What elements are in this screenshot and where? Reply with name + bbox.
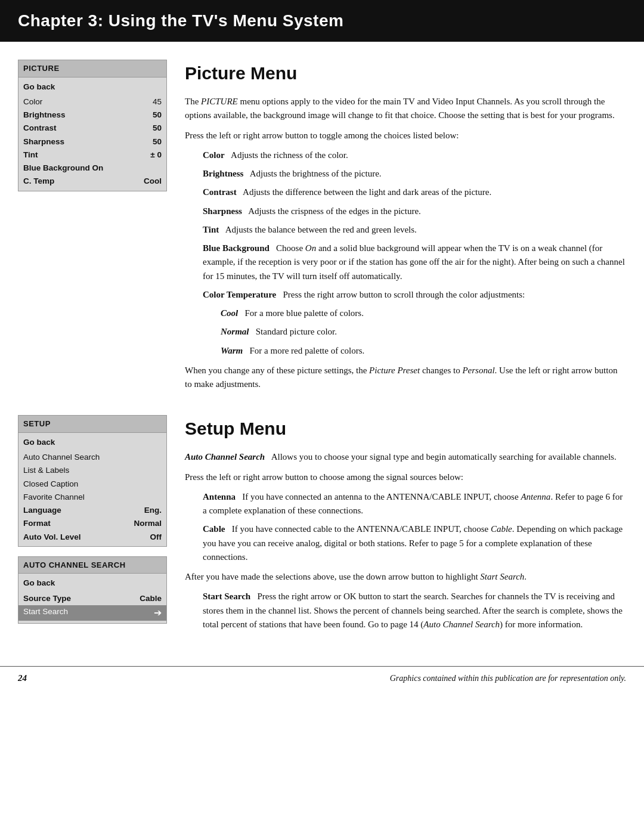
auto-channel-menu-body: Go back Source Type Cable Start Search ➔ — [18, 574, 166, 623]
menu-row-label: C. Temp — [23, 175, 54, 187]
menu-row-value: Off — [150, 531, 162, 543]
menu-row-label: Start Search — [23, 606, 68, 620]
menu-row-label: Format — [23, 518, 51, 529]
page-content: PICTURE Go back Color 45 Brightness 50 C… — [0, 42, 644, 654]
picture-left-panel: PICTURE Go back Color 45 Brightness 50 C… — [18, 60, 167, 397]
picture-section: PICTURE Go back Color 45 Brightness 50 C… — [18, 60, 626, 397]
picture-go-back: Go back — [18, 80, 166, 95]
auto-channel-menu-title: AUTO CHANNEL SEARCH — [18, 557, 166, 574]
menu-row-value: ± 0 — [150, 149, 162, 161]
setup-item-cable: Cable If you have connected cable to the… — [203, 522, 626, 564]
menu-row-label: Closed Caption — [23, 478, 78, 490]
picture-item-color: Color Adjusts the richness of the color. — [203, 148, 626, 162]
menu-row: Blue Background On — [18, 162, 166, 175]
picture-item-cool: Cool For a more blue palette of colors. — [221, 306, 626, 320]
menu-row: Color 45 — [18, 95, 166, 109]
setup-menu-title: SETUP — [18, 416, 166, 433]
footer-note: Graphics contained within this publicati… — [390, 672, 626, 685]
menu-row-start-search: Start Search ➔ — [18, 605, 166, 621]
menu-row: Auto Vol. Level Off — [18, 531, 166, 544]
setup-signal-intro: Press the left or right arrow button to … — [185, 470, 626, 484]
menu-row-value: Eng. — [144, 504, 162, 516]
menu-row-label: Tint — [23, 149, 38, 161]
menu-row: Favorite Channel — [18, 491, 166, 504]
menu-row-label: Brightness — [23, 109, 66, 121]
menu-row-value: Normal — [134, 518, 162, 529]
menu-row-value: 50 — [153, 109, 162, 121]
setup-menu-body: Go back Auto Channel Search List & Label… — [18, 433, 166, 546]
picture-menu-title: PICTURE — [18, 60, 166, 78]
setup-section-title: Setup Menu — [185, 415, 626, 442]
menu-row: Brightness 50 — [18, 109, 166, 122]
page-number: 24 — [18, 671, 27, 685]
picture-menu-box: PICTURE Go back Color 45 Brightness 50 C… — [18, 60, 167, 191]
menu-row: Sharpness 50 — [18, 135, 166, 148]
picture-item-color-temp: Color Temperature Press the right arrow … — [203, 288, 626, 302]
menu-row-value: Cable — [140, 593, 162, 605]
picture-item-contrast: Contrast Adjusts the difference between … — [203, 185, 626, 199]
picture-intro-2: Press the left or right arrow button to … — [185, 129, 626, 143]
chapter-title: Chapter 3: Using the TV's Menu System — [18, 8, 626, 33]
menu-row-value: Cool — [144, 175, 162, 187]
menu-row-label: Auto Channel Search — [23, 451, 100, 463]
arrow-right-icon: ➔ — [154, 606, 162, 620]
picture-item-normal: Normal Standard picture color. — [221, 325, 626, 339]
chapter-header: Chapter 3: Using the TV's Menu System — [0, 0, 644, 42]
menu-row: List & Labels — [18, 464, 166, 477]
menu-row-value: 45 — [153, 96, 162, 108]
picture-item-tint: Tint Adjusts the balance between the red… — [203, 223, 626, 237]
menu-row-label: Blue Background On — [23, 162, 103, 174]
page-footer: 24 Graphics contained within this public… — [0, 666, 644, 690]
picture-item-brightness: Brightness Adjusts the brightness of the… — [203, 167, 626, 181]
auto-channel-go-back: Go back — [18, 576, 166, 592]
setup-item-start-search: Start Search Press the right arrow or OK… — [203, 590, 626, 631]
menu-row-label: Auto Vol. Level — [23, 531, 81, 543]
menu-row-label: Color — [23, 96, 42, 108]
menu-row-label: Contrast — [23, 122, 57, 134]
picture-item-warm: Warm For a more red palette of colors. — [221, 344, 626, 358]
picture-item-sharpness: Sharpness Adjusts the crispness of the e… — [203, 205, 626, 218]
menu-row: C. Temp Cool — [18, 175, 166, 188]
menu-row-label: Source Type — [23, 593, 71, 605]
menu-row-label: Language — [23, 504, 61, 516]
auto-channel-menu-box: AUTO CHANNEL SEARCH Go back Source Type … — [18, 556, 167, 624]
menu-row-value: 50 — [153, 122, 162, 134]
menu-row: Closed Caption — [18, 478, 166, 491]
menu-row: Source Type Cable — [18, 592, 166, 605]
setup-go-back: Go back — [18, 435, 166, 451]
menu-row-label: Sharpness — [23, 136, 64, 148]
setup-right-panel: Setup Menu Auto Channel Search Allows yo… — [185, 415, 626, 636]
setup-item-antenna: Antenna If you have connected an antenna… — [203, 490, 626, 518]
menu-row-label: Favorite Channel — [23, 491, 85, 503]
menu-row-value: 50 — [153, 136, 162, 148]
setup-menu-box: SETUP Go back Auto Channel Search List &… — [18, 415, 167, 547]
picture-item-blue-bg: Blue Background Choose On and a solid bl… — [203, 241, 626, 283]
setup-left-panel: SETUP Go back Auto Channel Search List &… — [18, 415, 167, 636]
picture-section-title: Picture Menu — [185, 60, 626, 86]
setup-after-signal: After you have made the selections above… — [185, 570, 626, 584]
setup-intro: Auto Channel Search Allows you to choose… — [185, 450, 626, 464]
picture-menu-body: Go back Color 45 Brightness 50 Contrast … — [18, 78, 166, 191]
picture-intro-1: The PICTURE menu options apply to the vi… — [185, 95, 626, 123]
menu-row: Contrast 50 — [18, 122, 166, 135]
menu-row: Format Normal — [18, 517, 166, 530]
menu-row-label: List & Labels — [23, 465, 69, 476]
setup-section: SETUP Go back Auto Channel Search List &… — [18, 415, 626, 636]
picture-closing: When you change any of these picture set… — [185, 364, 626, 392]
menu-row: Auto Channel Search — [18, 451, 166, 464]
menu-row: Tint ± 0 — [18, 148, 166, 162]
picture-right-panel: Picture Menu The PICTURE menu options ap… — [185, 60, 626, 397]
menu-row: Language Eng. — [18, 504, 166, 517]
